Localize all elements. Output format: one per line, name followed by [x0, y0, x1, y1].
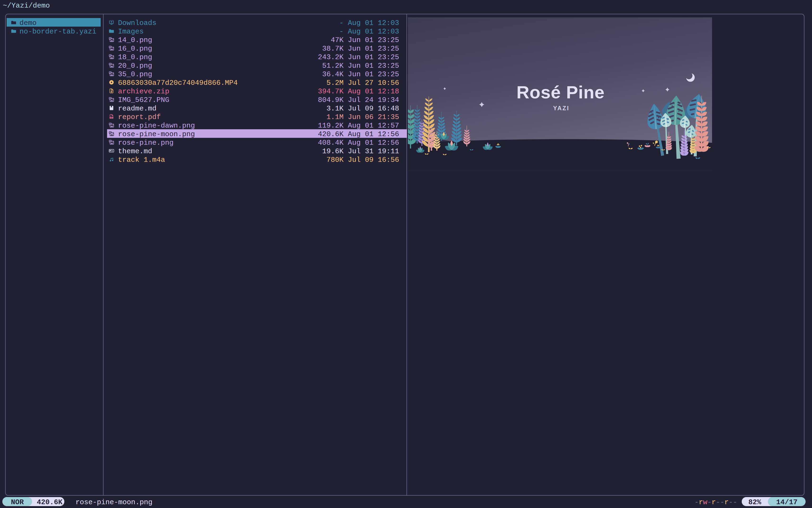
svg-text:PDF: PDF	[110, 117, 112, 119]
svg-text:Rosé Pine: Rosé Pine	[516, 82, 605, 102]
svg-text:YAZI: YAZI	[553, 105, 569, 112]
